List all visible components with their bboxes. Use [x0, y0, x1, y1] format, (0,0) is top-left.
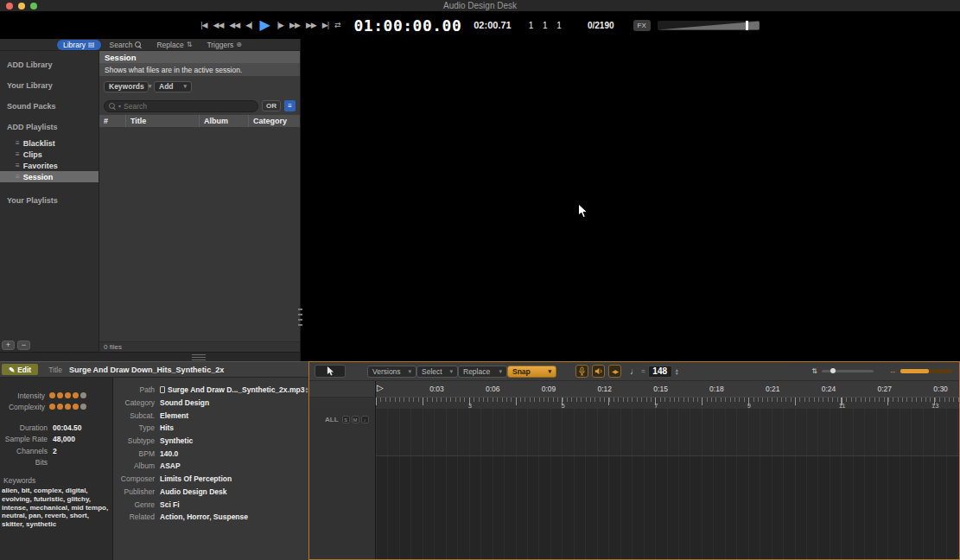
playlist-item-blacklist[interactable]: ≡ Blacklist [0, 137, 99, 149]
keywords-dropdown[interactable]: Keywords [104, 81, 149, 92]
step-forward-icon[interactable]: |▶ [277, 22, 283, 29]
column-album[interactable]: Album [199, 115, 248, 127]
field-value: Hits [160, 423, 174, 432]
panel-title: Session [99, 51, 300, 63]
master-volume-slider[interactable] [658, 21, 760, 30]
record-mic-button[interactable] [575, 365, 588, 378]
track-lane[interactable] [376, 409, 959, 456]
intensity-rating[interactable] [49, 392, 86, 398]
tempo-equals: = [641, 367, 645, 375]
field-label: Publisher [113, 487, 155, 496]
time-ruler[interactable]: ▷ 0:03 0:06 0:09 0:12 0:15 0:18 0:21 0:2… [376, 381, 959, 397]
field-bpm: BPM 140.0 [113, 447, 313, 460]
field-composer: Composer Limits Of Perception [113, 473, 313, 486]
track-header-column: ALL S M ♪ [309, 381, 376, 559]
left-right-arrows-icon: ◀▶ [612, 368, 618, 374]
sidebar-item-your-library[interactable]: Your Library [0, 75, 99, 96]
field-label: Path [113, 385, 155, 394]
mute-button[interactable]: M [352, 416, 359, 423]
keywords-label: Keywords [3, 476, 112, 485]
keywords-text: alien, bit, complex, digital, evolving, … [2, 487, 112, 529]
fast-forward-icon[interactable]: ▶▶ [289, 22, 300, 29]
search-field[interactable]: ▾ [104, 100, 258, 112]
pitch-icon: ⇅ [811, 367, 817, 375]
sidebar-item-sound-packs[interactable]: Sound Packs [0, 96, 99, 117]
next-section-icon[interactable]: ▶▶ [306, 22, 316, 29]
tab-library[interactable]: Library ▤ [57, 40, 101, 50]
audition-button[interactable]: ♪ [361, 416, 369, 423]
pointer-tool-button[interactable] [315, 365, 346, 378]
bar-ruler[interactable]: 3 5 7 9 11 13 [376, 397, 959, 409]
horizontal-resize-handle[interactable] [0, 352, 300, 361]
column-options-button[interactable]: ≡ [284, 100, 296, 111]
field-label: Related [113, 512, 155, 521]
remove-playlist-button[interactable]: − [17, 340, 30, 350]
pitch-slider[interactable] [822, 370, 874, 372]
sidebar-item-add-library[interactable]: ADD Library [0, 54, 99, 75]
track-area[interactable] [376, 409, 959, 559]
tab-search[interactable]: Search [104, 40, 149, 50]
field-label: Category [113, 398, 155, 407]
tempo-value[interactable]: 148 [648, 366, 672, 378]
edit-button[interactable]: ✎ Edit [2, 364, 38, 375]
file-icon [160, 386, 165, 393]
sidebar-item-your-playlists[interactable]: Your Playlists [0, 190, 99, 211]
library-grid-icon: ▤ [88, 41, 95, 48]
select-dropdown-label: Select [422, 367, 442, 376]
trim-mode-button[interactable]: ◀▶ [608, 365, 621, 378]
select-dropdown[interactable]: Select [416, 366, 458, 378]
loop-icon[interactable]: ⇄ [334, 22, 340, 29]
playhead-marker[interactable]: ▷ [377, 384, 384, 392]
snap-dropdown[interactable]: Snap [507, 366, 556, 378]
tempo-stepper[interactable]: ▲▼ [675, 368, 679, 375]
add-filter-dropdown[interactable]: Add [154, 81, 192, 92]
file-list-empty[interactable] [99, 127, 300, 341]
go-to-end-icon[interactable]: ▶| [322, 22, 328, 29]
column-number[interactable]: # [99, 115, 125, 127]
column-title[interactable]: Title [125, 115, 199, 127]
solo-button[interactable]: S [342, 416, 350, 423]
tab-triggers[interactable]: Triggers ⊕ [200, 40, 248, 50]
time-label: 0:12 [576, 385, 633, 393]
pitch-slider-knob[interactable] [830, 368, 836, 373]
grip-icon [192, 354, 206, 360]
sidebar-item-add-playlists[interactable]: ADD Playlists [0, 117, 99, 137]
field-value: Sound Design [160, 398, 209, 407]
all-tracks-row: ALL S M ♪ [309, 416, 375, 423]
search-scope-caret-icon[interactable]: ▾ [118, 103, 121, 109]
playlist-item-favorites[interactable]: ≡ Favorites [0, 160, 99, 171]
complexity-rating[interactable] [49, 404, 86, 410]
replace-dropdown[interactable]: Replace [458, 366, 507, 378]
go-to-start-icon[interactable]: |◀ [200, 22, 207, 29]
add-dropdown-label: Add [159, 82, 174, 91]
versions-dropdown-label: Versions [372, 367, 401, 376]
rewind-icon[interactable]: ◀◀ [229, 22, 239, 29]
step-back-icon[interactable]: ◀| [245, 22, 251, 29]
tempo-control: ♩ = 148 ▲▼ [630, 366, 679, 378]
intensity-label: Intensity [0, 391, 45, 400]
play-icon[interactable]: ▶ [259, 18, 269, 32]
all-tracks-label: ALL [325, 416, 339, 423]
library-panel: Library ▤ Search Replace ⇅ Triggers ⊕ AD… [0, 39, 300, 361]
playlist-item-clips[interactable]: ≡ Clips [0, 149, 99, 160]
fx-button[interactable]: FX [633, 20, 651, 31]
timecode-display: 01:00:00.00 [354, 16, 462, 35]
versions-dropdown[interactable]: Versions [367, 366, 416, 378]
playlist-icon: ≡ [16, 173, 20, 181]
column-category[interactable]: Category [248, 115, 298, 127]
stretch-slider[interactable] [900, 369, 952, 373]
pointer-cursor-icon [327, 366, 334, 377]
volume-wedge [658, 21, 760, 30]
playlist-item-session[interactable]: ≡ Session [0, 171, 99, 182]
volume-marker[interactable] [746, 21, 748, 30]
playlist-label: Favorites [23, 162, 58, 170]
previous-section-icon[interactable]: ◀◀ [213, 22, 224, 29]
field-value: Sci Fi [160, 500, 180, 509]
tab-replace[interactable]: Replace ⇅ [150, 40, 198, 50]
add-playlist-button[interactable]: + [2, 340, 15, 350]
search-input[interactable] [124, 102, 253, 111]
monitor-button[interactable] [592, 365, 605, 378]
vertical-resize-handle[interactable] [298, 305, 302, 326]
microphone-icon [577, 366, 587, 376]
or-toggle-button[interactable]: OR [262, 100, 281, 111]
